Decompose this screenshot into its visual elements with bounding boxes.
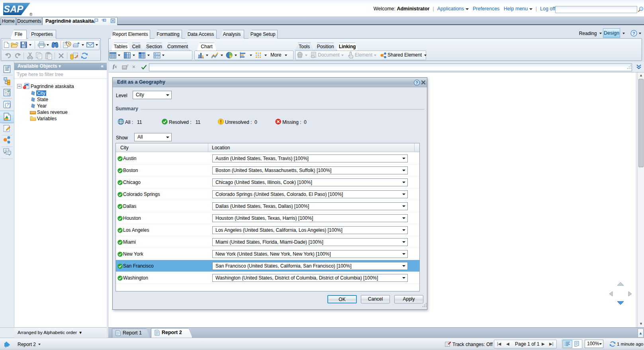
svg-text:?: ? <box>416 81 418 85</box>
svg-text:SAP: SAP <box>4 4 23 14</box>
svg-text:?: ? <box>632 31 635 36</box>
svg-text:®: ® <box>29 12 33 16</box>
svg-text:(?): (?) <box>5 102 11 108</box>
